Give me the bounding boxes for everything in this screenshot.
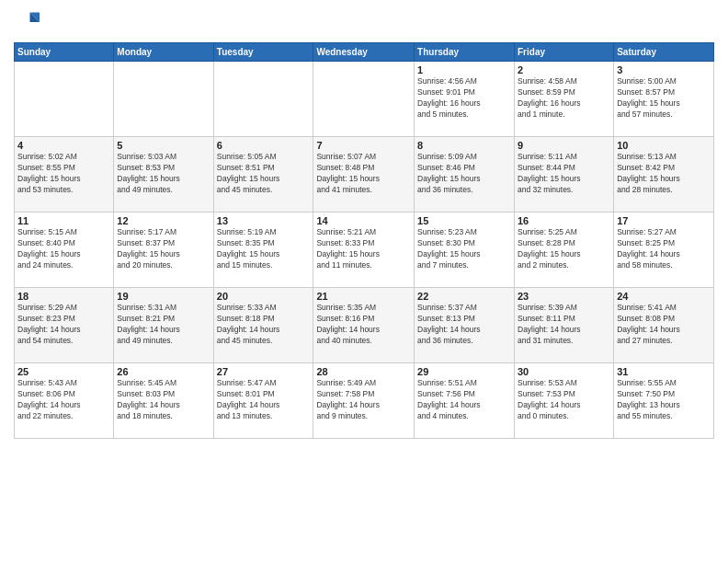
day-info: Sunrise: 5:05 AMSunset: 8:51 PMDaylight:… (217, 152, 311, 196)
day-number: 11 (17, 215, 110, 226)
day-info: Sunrise: 5:33 AMSunset: 8:18 PMDaylight:… (217, 303, 311, 347)
day-number: 6 (217, 140, 311, 151)
day-info: Sunrise: 4:58 AMSunset: 8:59 PMDaylight:… (518, 76, 610, 121)
day-number: 25 (17, 366, 110, 377)
calendar-cell: 14Sunrise: 5:21 AMSunset: 8:33 PMDayligh… (313, 213, 415, 288)
calendar-cell: 3Sunrise: 5:00 AMSunset: 8:57 PMDaylight… (614, 62, 714, 137)
day-number: 21 (316, 291, 411, 302)
calendar-cell: 15Sunrise: 5:23 AMSunset: 8:30 PMDayligh… (415, 213, 515, 288)
day-number: 31 (617, 366, 711, 377)
calendar-table: SundayMondayTuesdayWednesdayThursdayFrid… (14, 42, 714, 439)
day-info: Sunrise: 5:53 AMSunset: 7:53 PMDaylight:… (518, 378, 610, 422)
day-info: Sunrise: 5:27 AMSunset: 8:25 PMDaylight:… (617, 227, 711, 271)
day-number: 23 (518, 291, 610, 302)
calendar-cell: 23Sunrise: 5:39 AMSunset: 8:11 PMDayligh… (515, 288, 614, 363)
day-info: Sunrise: 5:03 AMSunset: 8:53 PMDaylight:… (117, 152, 210, 196)
calendar-cell: 8Sunrise: 5:09 AMSunset: 8:46 PMDaylight… (415, 137, 515, 213)
day-info: Sunrise: 5:11 AMSunset: 8:44 PMDaylight:… (518, 152, 610, 196)
day-number: 30 (518, 366, 610, 377)
day-number: 18 (17, 291, 110, 302)
calendar-header-wednesday: Wednesday (313, 43, 415, 62)
calendar-cell: 21Sunrise: 5:35 AMSunset: 8:16 PMDayligh… (313, 288, 415, 363)
day-info: Sunrise: 5:02 AMSunset: 8:55 PMDaylight:… (17, 152, 110, 196)
calendar-cell: 18Sunrise: 5:29 AMSunset: 8:23 PMDayligh… (15, 288, 114, 363)
calendar-cell: 29Sunrise: 5:51 AMSunset: 7:56 PMDayligh… (415, 363, 515, 439)
day-number: 15 (417, 215, 511, 226)
calendar-header-thursday: Thursday (415, 43, 515, 62)
day-number: 13 (217, 215, 311, 226)
calendar-cell: 24Sunrise: 5:41 AMSunset: 8:08 PMDayligh… (614, 288, 714, 363)
calendar-header-tuesday: Tuesday (213, 43, 313, 62)
calendar-week-2: 4Sunrise: 5:02 AMSunset: 8:55 PMDaylight… (15, 137, 714, 213)
day-number: 9 (518, 140, 610, 151)
calendar-cell: 9Sunrise: 5:11 AMSunset: 8:44 PMDaylight… (515, 137, 614, 213)
day-info: Sunrise: 5:31 AMSunset: 8:21 PMDaylight:… (117, 303, 210, 347)
day-info: Sunrise: 4:56 AMSunset: 9:01 PMDaylight:… (417, 76, 511, 121)
day-number: 1 (417, 64, 511, 75)
day-number: 2 (518, 64, 610, 75)
calendar-cell: 6Sunrise: 5:05 AMSunset: 8:51 PMDaylight… (213, 137, 313, 213)
calendar-cell: 26Sunrise: 5:45 AMSunset: 8:03 PMDayligh… (114, 363, 213, 439)
calendar-cell: 22Sunrise: 5:37 AMSunset: 8:13 PMDayligh… (415, 288, 515, 363)
calendar-header-saturday: Saturday (614, 43, 714, 62)
calendar-cell: 2Sunrise: 4:58 AMSunset: 8:59 PMDaylight… (515, 62, 614, 137)
logo-icon (14, 9, 40, 35)
day-number: 5 (117, 140, 210, 151)
day-number: 22 (417, 291, 511, 302)
calendar-cell: 20Sunrise: 5:33 AMSunset: 8:18 PMDayligh… (213, 288, 313, 363)
calendar-cell (313, 62, 415, 137)
day-number: 8 (417, 140, 511, 151)
calendar-week-3: 11Sunrise: 5:15 AMSunset: 8:40 PMDayligh… (15, 213, 714, 288)
day-info: Sunrise: 5:35 AMSunset: 8:16 PMDaylight:… (316, 303, 411, 347)
calendar-cell (15, 62, 114, 137)
day-number: 10 (617, 140, 711, 151)
day-info: Sunrise: 5:09 AMSunset: 8:46 PMDaylight:… (417, 152, 511, 196)
day-info: Sunrise: 5:00 AMSunset: 8:57 PMDaylight:… (617, 76, 711, 121)
day-info: Sunrise: 5:25 AMSunset: 8:28 PMDaylight:… (518, 227, 610, 271)
calendar-cell (213, 62, 313, 137)
day-number: 3 (617, 64, 711, 75)
calendar-cell: 25Sunrise: 5:43 AMSunset: 8:06 PMDayligh… (15, 363, 114, 439)
day-info: Sunrise: 5:43 AMSunset: 8:06 PMDaylight:… (17, 378, 110, 422)
calendar-header-friday: Friday (515, 43, 614, 62)
calendar-cell: 27Sunrise: 5:47 AMSunset: 8:01 PMDayligh… (213, 363, 313, 439)
calendar-cell: 19Sunrise: 5:31 AMSunset: 8:21 PMDayligh… (114, 288, 213, 363)
day-number: 17 (617, 215, 711, 226)
day-info: Sunrise: 5:29 AMSunset: 8:23 PMDaylight:… (17, 303, 110, 347)
calendar-week-4: 18Sunrise: 5:29 AMSunset: 8:23 PMDayligh… (15, 288, 714, 363)
day-info: Sunrise: 5:07 AMSunset: 8:48 PMDaylight:… (316, 152, 411, 196)
day-number: 14 (316, 215, 411, 226)
calendar-week-5: 25Sunrise: 5:43 AMSunset: 8:06 PMDayligh… (15, 363, 714, 439)
day-info: Sunrise: 5:21 AMSunset: 8:33 PMDaylight:… (316, 227, 411, 271)
calendar-header-sunday: Sunday (15, 43, 114, 62)
day-info: Sunrise: 5:45 AMSunset: 8:03 PMDaylight:… (117, 378, 210, 422)
calendar-cell: 31Sunrise: 5:55 AMSunset: 7:50 PMDayligh… (614, 363, 714, 439)
day-number: 16 (518, 215, 610, 226)
header (14, 9, 714, 35)
day-info: Sunrise: 5:15 AMSunset: 8:40 PMDaylight:… (17, 227, 110, 271)
day-info: Sunrise: 5:13 AMSunset: 8:42 PMDaylight:… (617, 152, 711, 196)
calendar-cell: 4Sunrise: 5:02 AMSunset: 8:55 PMDaylight… (15, 137, 114, 213)
day-number: 19 (117, 291, 210, 302)
day-info: Sunrise: 5:37 AMSunset: 8:13 PMDaylight:… (417, 303, 511, 347)
day-number: 24 (617, 291, 711, 302)
day-info: Sunrise: 5:41 AMSunset: 8:08 PMDaylight:… (617, 303, 711, 347)
day-info: Sunrise: 5:19 AMSunset: 8:35 PMDaylight:… (217, 227, 311, 271)
calendar-cell: 13Sunrise: 5:19 AMSunset: 8:35 PMDayligh… (213, 213, 313, 288)
day-info: Sunrise: 5:17 AMSunset: 8:37 PMDaylight:… (117, 227, 210, 271)
day-number: 29 (417, 366, 511, 377)
day-info: Sunrise: 5:55 AMSunset: 7:50 PMDaylight:… (617, 378, 711, 422)
calendar-cell: 17Sunrise: 5:27 AMSunset: 8:25 PMDayligh… (614, 213, 714, 288)
day-info: Sunrise: 5:39 AMSunset: 8:11 PMDaylight:… (518, 303, 610, 347)
day-number: 28 (316, 366, 411, 377)
day-number: 7 (316, 140, 411, 151)
calendar-cell: 28Sunrise: 5:49 AMSunset: 7:58 PMDayligh… (313, 363, 415, 439)
calendar-cell (114, 62, 213, 137)
calendar-cell: 1Sunrise: 4:56 AMSunset: 9:01 PMDaylight… (415, 62, 515, 137)
day-info: Sunrise: 5:23 AMSunset: 8:30 PMDaylight:… (417, 227, 511, 271)
day-info: Sunrise: 5:51 AMSunset: 7:56 PMDaylight:… (417, 378, 511, 422)
calendar-cell: 16Sunrise: 5:25 AMSunset: 8:28 PMDayligh… (515, 213, 614, 288)
calendar-week-1: 1Sunrise: 4:56 AMSunset: 9:01 PMDaylight… (15, 62, 714, 137)
calendar-header-row: SundayMondayTuesdayWednesdayThursdayFrid… (15, 43, 714, 62)
day-info: Sunrise: 5:47 AMSunset: 8:01 PMDaylight:… (217, 378, 311, 422)
